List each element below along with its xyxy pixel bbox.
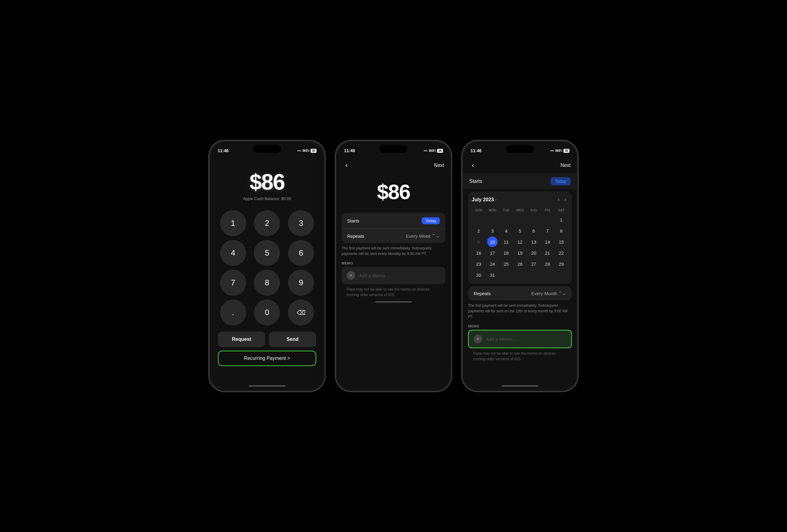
cal-day-3[interactable]: 3 bbox=[487, 225, 497, 236]
next-button-2[interactable]: Next bbox=[434, 162, 444, 168]
cal-day-12[interactable]: 12 bbox=[515, 237, 525, 247]
numpad-6[interactable]: 6 bbox=[288, 240, 314, 266]
time-1: 11:46 bbox=[218, 148, 229, 153]
cal-day-16[interactable]: 16 bbox=[473, 248, 484, 258]
cal-day-26[interactable]: 26 bbox=[515, 259, 525, 269]
weekday-tue: TUE bbox=[499, 207, 513, 213]
numpad-8[interactable]: 8 bbox=[254, 270, 280, 296]
cal-day-8[interactable]: 8 bbox=[556, 225, 567, 236]
cal-day-14[interactable]: 14 bbox=[543, 237, 553, 247]
memo-placeholder-2: Add a Memo... bbox=[359, 273, 389, 278]
balance-label: Apple Cash Balance: $0.00 bbox=[243, 196, 291, 201]
dynamic-island-1 bbox=[253, 145, 281, 153]
back-button-2[interactable]: ‹ bbox=[343, 160, 350, 171]
action-row: Request Send bbox=[218, 332, 316, 347]
repeats-label-2: Repeats bbox=[347, 234, 364, 239]
phone-1: 11:46 ▪▪▪ WiFi 35 $86 Apple Cash Balance… bbox=[209, 140, 325, 392]
dynamic-island-2 bbox=[380, 145, 407, 153]
chevron-right-icon-3: › bbox=[495, 197, 496, 202]
cal-day-29[interactable]: 29 bbox=[556, 259, 567, 269]
cal-day-4[interactable]: 4 bbox=[501, 225, 511, 236]
cal-day-18[interactable]: 18 bbox=[501, 248, 511, 258]
starts-label-2: Starts bbox=[347, 218, 359, 223]
cal-day-31[interactable]: 31 bbox=[487, 270, 497, 280]
recurring-payment-button[interactable]: Recurring Payment > bbox=[218, 351, 316, 366]
calendar-month-3: July 2023 › bbox=[472, 197, 496, 202]
weekday-mon: MON bbox=[486, 207, 499, 213]
memo-input-2[interactable]: + Add a Memo... bbox=[342, 267, 445, 284]
numpad-4[interactable]: 4 bbox=[220, 240, 246, 266]
payment-info-2: The first payment will be sent immediate… bbox=[342, 245, 445, 257]
time-3: 11:46 bbox=[471, 148, 482, 153]
cal-day-2[interactable]: 2 bbox=[473, 225, 484, 236]
cal-day-25[interactable]: 25 bbox=[501, 259, 511, 269]
next-month-button[interactable]: › bbox=[562, 195, 568, 204]
cal-day-20[interactable]: 20 bbox=[529, 248, 539, 258]
status-icons-1: ▪▪▪ WiFi 35 bbox=[297, 149, 316, 153]
battery-icon-2: 35 bbox=[437, 149, 443, 153]
signal-icon-2: ▪▪▪ bbox=[424, 149, 428, 153]
numpad-dot[interactable]: . bbox=[220, 300, 246, 326]
memo-label-2: MEMO bbox=[342, 261, 445, 265]
cal-day-15[interactable]: 15 bbox=[556, 237, 567, 247]
cal-day-28[interactable]: 28 bbox=[543, 259, 553, 269]
numpad-1[interactable]: 1 bbox=[220, 210, 246, 236]
repeats-text-3: Every Month bbox=[531, 291, 557, 296]
weekday-sun: SUN bbox=[472, 207, 486, 213]
signal-icon-3: ▪▪▪ bbox=[550, 149, 554, 153]
cal-day-6[interactable]: 6 bbox=[529, 225, 539, 236]
prev-month-button[interactable]: ‹ bbox=[556, 195, 561, 204]
phone3-nav: ‹ Next bbox=[463, 157, 577, 174]
cal-day-7[interactable]: 7 bbox=[543, 225, 553, 236]
numpad-5[interactable]: 5 bbox=[254, 240, 280, 266]
phone2-nav: ‹ Next bbox=[337, 157, 450, 174]
numpad-7[interactable]: 7 bbox=[220, 270, 246, 296]
cal-day-23[interactable]: 23 bbox=[473, 259, 484, 269]
repeats-value-2[interactable]: Every Week ⌃⌄ bbox=[406, 233, 440, 239]
memo-info-2: Papa may not be able to see the memo on … bbox=[346, 287, 441, 297]
amount-display-2: $86 bbox=[337, 180, 450, 204]
cal-day-17[interactable]: 17 bbox=[487, 248, 497, 258]
numpad-2[interactable]: 2 bbox=[254, 210, 280, 236]
numpad-3[interactable]: 3 bbox=[288, 210, 314, 236]
calendar-header-3: July 2023 › ‹ › bbox=[472, 195, 568, 204]
cal-day-19[interactable]: 19 bbox=[515, 248, 525, 258]
cal-day-11[interactable]: 11 bbox=[501, 237, 511, 247]
repeats-value-3[interactable]: Every Month ⌃⌄ bbox=[531, 291, 566, 296]
cal-day-24[interactable]: 24 bbox=[487, 259, 497, 269]
today-badge-2[interactable]: Today bbox=[422, 217, 440, 224]
cal-day-1[interactable]: 1 bbox=[556, 215, 567, 225]
cal-day-10[interactable]: 10 bbox=[487, 237, 497, 247]
month-label-3: July 2023 bbox=[472, 197, 494, 202]
cal-day-21[interactable]: 21 bbox=[543, 248, 553, 258]
home-indicator-1 bbox=[210, 382, 324, 390]
home-bar-2 bbox=[375, 301, 412, 303]
cal-day-30[interactable]: 30 bbox=[473, 270, 484, 280]
cal-day-22[interactable]: 22 bbox=[556, 248, 567, 258]
repeats-row-2: Repeats Every Week ⌃⌄ bbox=[342, 229, 445, 243]
send-button[interactable]: Send bbox=[269, 332, 316, 347]
numpad-backspace[interactable]: ⌫ bbox=[288, 300, 314, 326]
repeats-label-3: Repeats bbox=[474, 291, 491, 296]
cal-day-27[interactable]: 27 bbox=[529, 259, 539, 269]
cal-day-13[interactable]: 13 bbox=[529, 237, 539, 247]
home-indicator-2 bbox=[337, 297, 450, 306]
time-2: 11:46 bbox=[344, 148, 355, 153]
numpad-0[interactable]: 0 bbox=[254, 300, 280, 326]
cal-day-9[interactable]: 9 bbox=[473, 237, 484, 247]
memo-info-3: Papa may not be able to see the memo on … bbox=[473, 351, 567, 362]
weekday-sat: SAT bbox=[554, 207, 568, 213]
starts-row-3: Starts Today bbox=[463, 174, 577, 189]
plus-icon-3: + bbox=[474, 335, 482, 343]
next-button-3[interactable]: Next bbox=[560, 162, 571, 168]
request-button[interactable]: Request bbox=[218, 332, 265, 347]
cal-day-5[interactable]: 5 bbox=[515, 225, 525, 236]
today-button-3[interactable]: Today bbox=[551, 177, 571, 185]
home-indicator-3 bbox=[463, 382, 577, 390]
calendar-days: 1 2 3 4 5 6 7 8 9 10 11 12 13 bbox=[472, 215, 568, 280]
numpad: 1 2 3 4 5 6 7 8 9 . 0 ⌫ bbox=[218, 210, 316, 326]
back-button-3[interactable]: ‹ bbox=[469, 160, 476, 171]
numpad-9[interactable]: 9 bbox=[288, 270, 314, 296]
memo-input-3[interactable]: + Add a Memo... bbox=[468, 330, 572, 348]
settings-card-2: Starts Today Repeats Every Week ⌃⌄ bbox=[342, 213, 445, 243]
